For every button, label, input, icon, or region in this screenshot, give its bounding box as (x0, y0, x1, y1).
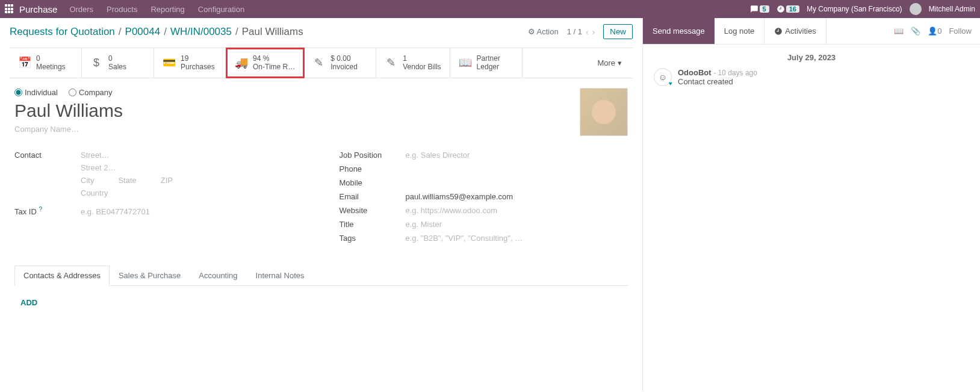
new-button[interactable]: New (603, 24, 633, 39)
label-website: Website (340, 206, 406, 215)
label-tags: Tags (340, 234, 406, 243)
messages-count: 5 (760, 5, 769, 13)
chatter-date: July 29, 2023 (654, 53, 969, 62)
activities-icon[interactable]: 16 (777, 5, 799, 13)
email-field[interactable]: paul.williams59@example.com (406, 192, 513, 201)
radio-individual[interactable]: Individual (14, 88, 58, 97)
company-name-field[interactable]: Company Name… (14, 125, 628, 134)
stat-invoiced[interactable]: ✎ $ 0.00Invoiced (304, 48, 376, 78)
message-time: - 10 days ago (713, 69, 757, 77)
pager: 1 / 1 ‹ › (567, 27, 595, 37)
stat-on-time-rate[interactable]: 🚚 94 %On-Time R… (226, 48, 304, 78)
messages-icon[interactable]: 5 (750, 5, 769, 13)
tags-field[interactable]: e.g. "B2B", "VIP", "Consulting", … (406, 234, 523, 243)
contact-photo[interactable] (580, 88, 628, 136)
breadcrumb-item[interactable]: WH/IN/00035 (170, 26, 232, 38)
activities-button[interactable]: Activities (764, 18, 826, 44)
stat-buttons-bar: 📅 0Meetings $ 0Sales 💳 19Purchases 🚚 94 … (10, 48, 633, 78)
zip-field[interactable]: ZIP (161, 176, 173, 185)
label-mobile: Mobile (340, 178, 406, 187)
label-title: Title (340, 220, 406, 229)
menu-configuration[interactable]: Configuration (198, 5, 244, 14)
breadcrumb-item[interactable]: P00044 (125, 26, 161, 38)
pager-next-icon[interactable]: › (592, 27, 595, 37)
tab-sales-purchase[interactable]: Sales & Purchase (110, 266, 190, 285)
bot-avatar-icon: ☺ (654, 68, 672, 86)
send-message-button[interactable]: Send message (643, 18, 715, 44)
label-email: Email (340, 192, 406, 201)
contact-name-field[interactable]: Paul Williams (14, 101, 628, 121)
user-name[interactable]: Mitchell Admin (929, 5, 975, 13)
state-field[interactable]: State (118, 176, 136, 185)
tab-accounting[interactable]: Accounting (190, 266, 246, 285)
attachment-icon[interactable]: 📎 (911, 26, 920, 36)
menu-products[interactable]: Products (107, 5, 137, 14)
company-switcher[interactable]: My Company (San Francisco) (807, 5, 902, 13)
pager-text: 1 / 1 (567, 27, 582, 36)
stat-purchases[interactable]: 💳 19Purchases (154, 48, 226, 78)
stat-sales[interactable]: $ 0Sales (82, 48, 154, 78)
tabs: Contacts & Addresses Sales & Purchase Ac… (14, 266, 628, 286)
menu-reporting[interactable]: Reporting (150, 5, 184, 14)
truck-icon: 🚚 (235, 56, 247, 69)
chatter-message: ☺ OdooBot - 10 days ago Contact created (654, 68, 969, 86)
street-field[interactable]: Street… (81, 151, 173, 160)
message-text: Contact created (678, 77, 757, 86)
tab-internal-notes[interactable]: Internal Notes (247, 266, 314, 285)
city-field[interactable]: City (81, 176, 94, 185)
label-contact: Contact (14, 151, 81, 160)
title-field[interactable]: e.g. Mister (406, 220, 442, 229)
breadcrumb-item[interactable]: Requests for Quotation (10, 26, 115, 38)
stat-partner-ledger[interactable]: 📖 PartnerLedger (450, 48, 523, 78)
breadcrumb-current: Paul Williams (242, 26, 303, 38)
pencil-icon: ✎ (385, 56, 397, 69)
pencil-icon: ✎ (312, 56, 324, 69)
message-author[interactable]: OdooBot (678, 68, 712, 77)
country-field[interactable]: Country (81, 188, 173, 198)
activities-count: 16 (786, 5, 799, 13)
followers-button[interactable]: 👤0 (928, 26, 941, 36)
help-icon[interactable]: ? (39, 206, 42, 213)
tab-contacts[interactable]: Contacts & Addresses (14, 266, 110, 286)
follow-button[interactable]: Follow (949, 26, 972, 36)
caret-down-icon: ▾ (618, 58, 622, 67)
stat-meetings[interactable]: 📅 0Meetings (10, 48, 82, 78)
chatter-toolbar: Send message Log note Activities 📖 📎 👤0 … (643, 18, 980, 45)
action-menu[interactable]: ⚙ Action (528, 27, 559, 36)
radio-company[interactable]: Company (69, 88, 113, 97)
top-navbar: Purchase Orders Products Reporting Confi… (0, 0, 980, 18)
pager-prev-icon[interactable]: ‹ (586, 27, 589, 37)
stat-vendor-bills[interactable]: ✎ 1Vendor Bills (376, 48, 450, 78)
apps-icon[interactable] (5, 4, 14, 14)
taxid-field[interactable]: e.g. BE0477472701 (81, 207, 150, 216)
street2-field[interactable]: Street 2… (81, 163, 173, 172)
app-brand[interactable]: Purchase (19, 4, 57, 14)
book-icon[interactable]: 📖 (894, 26, 904, 36)
label-phone: Phone (340, 164, 406, 173)
label-taxid: Tax ID ? (14, 206, 81, 216)
breadcrumb: Requests for Quotation/ P00044/ WH/IN/00… (10, 26, 303, 38)
calendar-icon: 📅 (18, 56, 30, 69)
jobposition-field[interactable]: e.g. Sales Director (406, 151, 470, 160)
label-jobposition: Job Position (340, 151, 406, 160)
book-icon: 📖 (459, 56, 471, 69)
user-avatar-icon[interactable] (910, 3, 922, 15)
stat-more[interactable]: More ▾ (586, 48, 633, 78)
add-contact-button[interactable]: ADD (20, 298, 37, 307)
log-note-button[interactable]: Log note (715, 18, 765, 44)
website-field[interactable]: e.g. https://www.odoo.com (406, 206, 497, 215)
dollar-icon: $ (90, 57, 102, 69)
card-icon: 💳 (163, 56, 175, 69)
menu-orders[interactable]: Orders (69, 5, 93, 14)
